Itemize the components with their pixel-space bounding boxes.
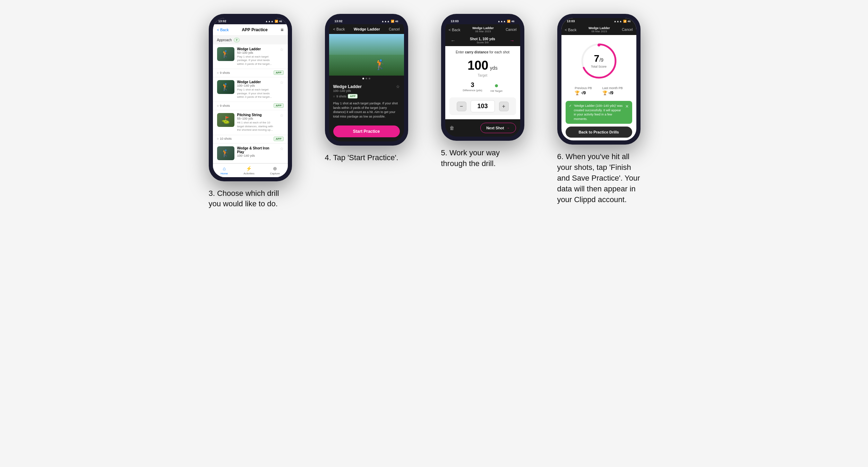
success-toast: ✓ 'Wedge Ladder (100–140 yds)' was creat… xyxy=(566,101,632,124)
phone1-inner: 13:02 ▲▲▲ 📶 46 < Back APP Practice ≡ App… xyxy=(213,18,288,177)
battery-icon-3: 46 xyxy=(512,20,515,23)
toast-close-button[interactable]: ✕ xyxy=(625,104,629,110)
menu-button[interactable]: ≡ xyxy=(281,27,283,33)
phone1-nav: < Back APP Practice ≡ xyxy=(213,24,288,36)
phone3-nav-center: Wedge Ladder 06 Mar 2023 xyxy=(472,26,494,33)
distance-input[interactable]: 103 xyxy=(471,100,495,112)
signal-icon: ▲▲▲ xyxy=(265,20,274,23)
start-practice-button[interactable]: Start Practice xyxy=(333,126,400,137)
phone4-section: 13:03 ▲▲▲ 📶 46 < Back Wedge Ladder 06 Ma… xyxy=(557,14,660,205)
app-badge-3: APP xyxy=(274,137,283,141)
drill-yds-4: 100–140 yds xyxy=(237,154,277,157)
delete-icon[interactable]: 🗑 xyxy=(449,125,454,131)
dot-2 xyxy=(366,78,367,79)
capture-icon: ⊕ xyxy=(273,166,277,171)
bottom-nav: ⌂ Home ⚡ Activities ⊕ Capture xyxy=(213,163,288,177)
drill-thumb-4: 🏌️ xyxy=(217,146,234,160)
phone4-nav-center: Wedge Ladder 06 Mar 2023 xyxy=(588,26,610,33)
drill-thumb-2: 🏌️ xyxy=(217,80,234,94)
phone3-nav-subtitle: Wedge Ladder xyxy=(472,26,494,30)
shots-label-3: 10 shots xyxy=(220,137,232,140)
difference-stat: 3 Difference (yds) xyxy=(463,81,482,93)
phone2-nav: < Back Wedge Ladder Cancel xyxy=(329,24,404,34)
battery-icon: 46 xyxy=(279,20,282,23)
phone3-time: 13:03 xyxy=(451,19,459,23)
plus-button[interactable]: + xyxy=(499,102,509,111)
activities-label: Activities xyxy=(243,172,255,175)
battery-icon-2: 46 xyxy=(395,20,398,23)
stats-row: 3 Difference (yds) ● Hit Target xyxy=(449,81,516,93)
drill-info-2: Wedge Ladder 100–140 yds Play 1 shot at … xyxy=(237,80,277,99)
drill-item-2[interactable]: 🏌️ Wedge Ladder 100–140 yds Play 1 shot … xyxy=(213,77,288,110)
drill-detail-name: Wedge Ladder xyxy=(333,84,362,89)
phone3-cancel[interactable]: Cancel xyxy=(506,28,516,32)
next-shot-arrow-icon: → xyxy=(506,126,510,130)
back-button[interactable]: < Back xyxy=(217,28,229,32)
bookmark-icon-1[interactable]: ☆ xyxy=(280,47,284,52)
drill-item-1[interactable]: 🏌️ Wedge Ladder 50–100 yds Play 1 shot a… xyxy=(213,44,288,77)
shots-label-1: 9 shots xyxy=(220,71,230,75)
phone2-back[interactable]: < Back xyxy=(333,27,345,31)
home-label: Home xyxy=(221,172,228,175)
phone3-back[interactable]: < Back xyxy=(449,28,461,32)
wifi-icon-3: 📶 xyxy=(507,20,510,23)
phone4-cancel[interactable]: Cancel xyxy=(622,28,633,32)
shot-footer: 🗑 Next Shot → xyxy=(445,119,520,137)
drill-yds-2: 100–140 yds xyxy=(237,84,277,87)
phone1-section: 13:02 ▲▲▲ 📶 46 < Back APP Practice ≡ App… xyxy=(209,14,311,209)
phone1-frame: 13:02 ▲▲▲ 📶 46 < Back APP Practice ≡ App… xyxy=(209,14,292,181)
nav-home[interactable]: ⌂ Home xyxy=(221,166,228,175)
caption-2: 4. Tap 'Start Practice'. xyxy=(325,153,398,163)
shot-nav: ← Shot 1, 100 yds Score 5/9 → xyxy=(445,35,520,46)
phone2-section: 13:02 ▲▲▲ 📶 46 < Back Wedge Ladder Cance… xyxy=(325,14,427,163)
trophy-icon-2: 🏆 xyxy=(602,90,608,95)
phone4-back[interactable]: < Back xyxy=(565,28,577,32)
phone4-status-bar: 13:03 ▲▲▲ 📶 46 xyxy=(561,18,636,24)
target-yds: 100 xyxy=(467,58,488,72)
minus-button[interactable]: − xyxy=(457,102,466,111)
battery-icon-4: 46 xyxy=(628,20,631,23)
wifi-icon-4: 📶 xyxy=(623,20,627,23)
phone3-status-bar: 13:03 ▲▲▲ 📶 46 xyxy=(445,18,520,24)
shot-title: Shot 1, 100 yds xyxy=(470,37,495,41)
toast-message: 'Wedge Ladder (100–140 yds)' was created… xyxy=(574,104,623,121)
hit-target-label: Hit Target xyxy=(491,89,502,93)
section-label: Approach xyxy=(217,38,232,42)
score-label: Total Score xyxy=(591,65,607,68)
phone2-cancel[interactable]: Cancel xyxy=(389,27,399,31)
drill-thumb-3: ⛳ xyxy=(217,113,234,127)
bookmark-icon-2[interactable]: ☆ xyxy=(280,80,284,85)
drill-name-1: Wedge Ladder xyxy=(237,47,277,51)
next-shot-button[interactable]: Next Shot → xyxy=(480,123,516,133)
phone3-frame: 13:03 ▲▲▲ 📶 46 < Back Wedge Ladder 06 Ma… xyxy=(441,14,524,141)
trophy-icon-1: 🏆 xyxy=(575,90,580,95)
drill-info-3: Pitching String 55–100 yds Hit 1 shot at… xyxy=(237,113,277,132)
hit-target-stat: ● Hit Target xyxy=(491,81,502,93)
bookmark-icon-detail[interactable]: ☆ xyxy=(396,84,400,89)
difference-val: 3 xyxy=(463,81,482,89)
phone3-nav: < Back Wedge Ladder 06 Mar 2023 Cancel xyxy=(445,24,520,35)
phone4-status-icons: ▲▲▲ 📶 46 xyxy=(614,20,631,23)
page-container: 13:02 ▲▲▲ 📶 46 < Back APP Practice ≡ App… xyxy=(209,14,660,209)
nav-activities[interactable]: ⚡ Activities xyxy=(243,166,255,175)
bookmark-icon-4[interactable]: ☆ xyxy=(280,146,284,151)
drill-item-3[interactable]: ⛳ Pitching String 55–100 yds Hit 1 shot … xyxy=(213,110,288,143)
phone1-status-bar: 13:02 ▲▲▲ 📶 46 xyxy=(213,18,288,24)
next-shot-arrow[interactable]: → xyxy=(510,38,515,43)
drill-item-4[interactable]: 🏌️ Wedge & Short Iron Play 100–140 yds ☆ xyxy=(213,144,288,163)
bookmark-icon-3[interactable]: ☆ xyxy=(280,113,284,118)
phone4-nav: < Back Wedge Ladder 06 Mar 2023 Cancel xyxy=(561,24,636,35)
drill-desc-2: Play 1 shot at each target yardage. If y… xyxy=(237,88,277,99)
section-badge: 7 xyxy=(234,38,239,42)
back-to-drills-button[interactable]: Back to Practice Drills xyxy=(566,127,632,138)
nav-capture[interactable]: ⊕ Capture xyxy=(270,166,280,175)
section-header: Approach 7 xyxy=(213,36,288,44)
shots-label-2: 9 shots xyxy=(220,104,230,107)
prev-shot-arrow[interactable]: ← xyxy=(451,38,456,43)
signal-icon-2: ▲▲▲ xyxy=(381,20,390,23)
home-icon: ⌂ xyxy=(223,166,225,171)
check-icon: ✓ xyxy=(569,104,572,108)
drill-detail-header: Wedge Ladder 100–140 yds ☆ ○ 9 shots APP… xyxy=(329,81,404,121)
score-circle: 7 /9 Total Score xyxy=(580,42,618,80)
phone2-status-icons: ▲▲▲ 📶 46 xyxy=(381,20,398,23)
